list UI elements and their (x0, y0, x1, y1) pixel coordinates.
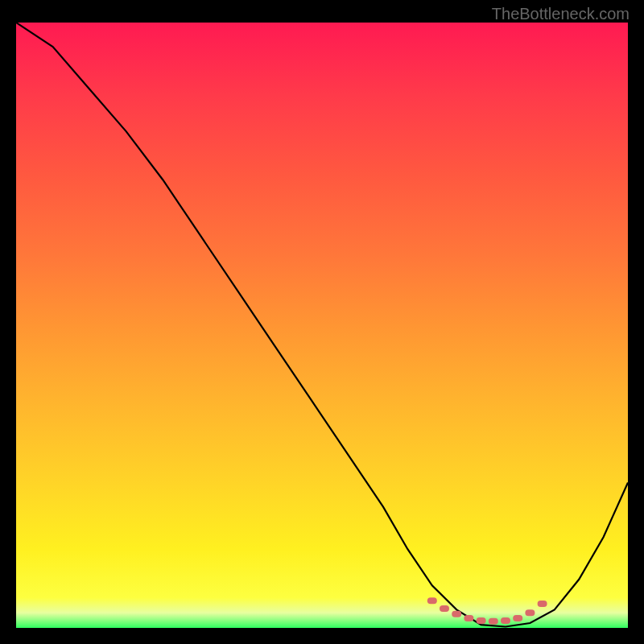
curve-dot (452, 611, 461, 617)
curve-dot (513, 615, 522, 621)
curve-dot (501, 617, 510, 624)
curve-group (16, 23, 628, 627)
bottleneck-curve (16, 23, 628, 627)
curve-dot (525, 609, 535, 616)
dots-group (427, 597, 547, 625)
chart-plot-area (16, 23, 628, 628)
watermark-text: TheBottleneck.com (492, 5, 630, 23)
curve-dot (427, 597, 437, 604)
curve-dot (489, 618, 498, 625)
curve-dot (464, 615, 473, 621)
curve-dot (477, 617, 486, 624)
chart-svg (16, 23, 628, 628)
curve-dot (440, 605, 449, 612)
curve-dot (538, 601, 547, 607)
